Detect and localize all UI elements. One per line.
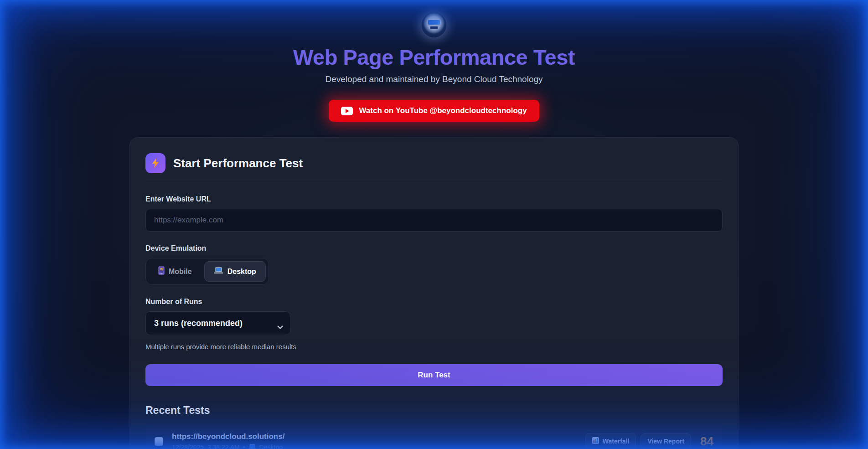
- test-meta: 12/28/2025, 3:38:22 AM • Desktop: [172, 444, 284, 449]
- runs-select-value: 3 runs (recommended): [154, 319, 243, 328]
- run-test-button[interactable]: Run Test: [145, 364, 723, 386]
- meta-separator: •: [243, 444, 245, 449]
- device-label: Device Emulation: [145, 244, 723, 253]
- bar-chart-icon: [592, 437, 599, 445]
- test-checkbox[interactable]: [155, 437, 163, 446]
- device-option-mobile-label: Mobile: [169, 268, 192, 276]
- mobile-phone-icon: [158, 266, 165, 277]
- test-actions: Waterfall View Report 84: [585, 433, 713, 449]
- lightning-icon: [145, 153, 165, 173]
- url-input[interactable]: [145, 209, 723, 232]
- chevron-down-icon: [277, 322, 283, 331]
- page-subtitle: Developed and maintained by Beyond Cloud…: [0, 74, 868, 84]
- waterfall-button[interactable]: Waterfall: [585, 433, 636, 449]
- test-timestamp: 12/28/2025, 3:38:22 AM: [172, 444, 240, 449]
- youtube-play-icon: [341, 107, 353, 115]
- view-report-button[interactable]: View Report: [641, 434, 691, 449]
- youtube-button-label: Watch on YouTube @beyondcloudtechnology: [359, 106, 527, 115]
- card-title: Start Performance Test: [173, 156, 303, 170]
- test-score: 84: [700, 434, 713, 449]
- page-header: Web Page Performance Test Developed and …: [0, 0, 868, 122]
- laptop-icon: [248, 444, 256, 449]
- test-info: https://beyondcloud.solutions/ 12/28/202…: [172, 432, 284, 449]
- runs-select[interactable]: 3 runs (recommended): [145, 311, 290, 335]
- recent-tests-heading: Recent Tests: [145, 404, 723, 417]
- runs-label: Number of Runs: [145, 298, 723, 306]
- laptop-icon: [214, 267, 223, 276]
- device-toggle: Mobile Desktop: [145, 258, 269, 285]
- waterfall-button-label: Waterfall: [603, 438, 630, 445]
- runs-help-text: Multiple runs provide more reliable medi…: [145, 343, 723, 351]
- device-option-desktop[interactable]: Desktop: [204, 261, 266, 282]
- page-title: Web Page Performance Test: [0, 45, 868, 70]
- recent-test-row: https://beyondcloud.solutions/ 12/28/202…: [145, 425, 723, 449]
- performance-test-card: Start Performance Test Enter Website URL…: [129, 137, 739, 449]
- divider: [145, 182, 723, 182]
- test-device: Desktop: [259, 444, 283, 449]
- youtube-button[interactable]: Watch on YouTube @beyondcloudtechnology: [329, 100, 539, 122]
- device-option-desktop-label: Desktop: [227, 268, 256, 276]
- device-option-mobile[interactable]: Mobile: [149, 261, 202, 282]
- site-logo-icon: [422, 13, 446, 37]
- test-url: https://beyondcloud.solutions/: [172, 432, 284, 441]
- url-label: Enter Website URL: [145, 195, 723, 203]
- card-header: Start Performance Test: [145, 153, 723, 173]
